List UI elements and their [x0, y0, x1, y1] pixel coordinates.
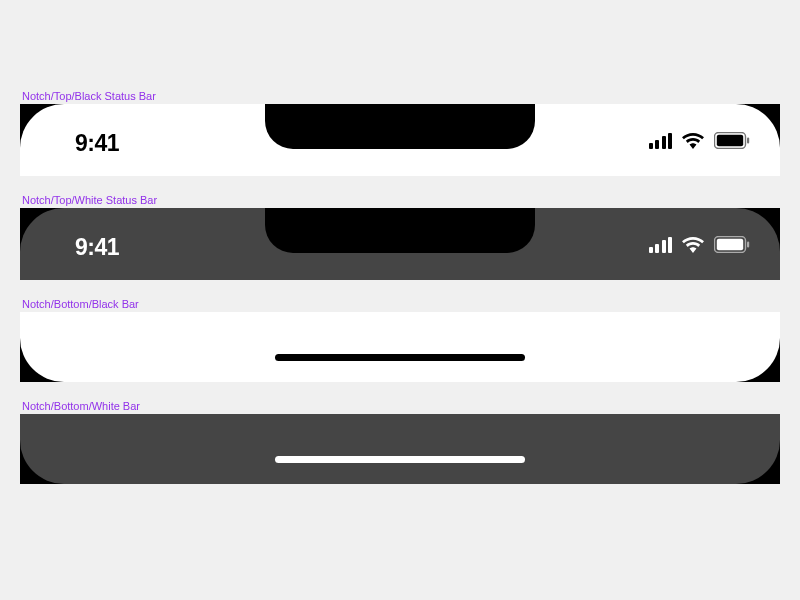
component-notch-bottom-white-bar: Notch/Bottom/White Bar [20, 400, 780, 484]
bottom-bar-surface [20, 414, 780, 484]
device-notch [265, 104, 535, 149]
wifi-icon [682, 237, 704, 253]
bottom-bar [20, 312, 780, 382]
home-indicator[interactable] [275, 456, 525, 463]
component-notch-top-white-status-bar: Notch/Top/White Status Bar 9:41 [20, 194, 780, 280]
svg-rect-5 [747, 242, 749, 248]
status-bar-time: 9:41 [75, 130, 119, 157]
status-bar-indicators [649, 236, 751, 253]
svg-rect-2 [747, 138, 749, 144]
home-indicator[interactable] [275, 354, 525, 361]
battery-icon [714, 132, 750, 149]
status-bar: 9:41 [20, 104, 780, 176]
status-bar-time: 9:41 [75, 234, 119, 261]
bottom-bar [20, 414, 780, 484]
status-bar-indicators [649, 132, 751, 149]
component-label: Notch/Bottom/White Bar [20, 400, 780, 412]
battery-icon [714, 236, 750, 253]
status-bar: 9:41 [20, 208, 780, 280]
bottom-bar-surface [20, 312, 780, 382]
component-notch-top-black-status-bar: Notch/Top/Black Status Bar 9:41 [20, 90, 780, 176]
component-notch-bottom-black-bar: Notch/Bottom/Black Bar [20, 298, 780, 382]
component-label: Notch/Top/White Status Bar [20, 194, 780, 206]
device-notch [265, 208, 535, 253]
svg-rect-4 [717, 239, 743, 250]
svg-rect-1 [717, 135, 743, 146]
wifi-icon [682, 133, 704, 149]
component-label: Notch/Bottom/Black Bar [20, 298, 780, 310]
cellular-icon [649, 133, 673, 149]
cellular-icon [649, 237, 673, 253]
component-label: Notch/Top/Black Status Bar [20, 90, 780, 102]
